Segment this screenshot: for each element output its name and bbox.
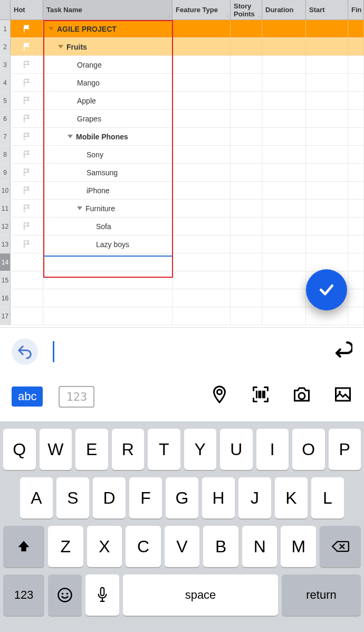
table-row[interactable]: 13 Lazy boys	[0, 235, 364, 253]
story-points-cell[interactable]	[231, 235, 262, 253]
space-key[interactable]: space	[123, 574, 278, 616]
key-p[interactable]: P	[329, 429, 361, 470]
feature-type-cell[interactable]	[173, 128, 231, 145]
story-points-cell[interactable]	[231, 289, 262, 307]
table-row[interactable]: 7 Mobile Phones	[0, 128, 364, 146]
undo-button[interactable]	[12, 338, 38, 365]
row-number[interactable]: 6	[0, 110, 11, 127]
key-s[interactable]: S	[56, 477, 89, 518]
duration-cell[interactable]	[262, 56, 306, 73]
table-row[interactable]: 6 Grapes	[0, 110, 364, 128]
key-b[interactable]: B	[203, 526, 238, 567]
return-key[interactable]: return	[282, 574, 361, 616]
task-name-cell[interactable]: Samsung	[43, 164, 173, 181]
key-u[interactable]: U	[220, 429, 253, 470]
numeric-key[interactable]: 123	[3, 574, 44, 616]
image-icon[interactable]	[333, 385, 352, 408]
table-row[interactable]: 17	[0, 307, 364, 325]
feature-type-cell[interactable]	[173, 38, 231, 55]
duration-cell[interactable]	[262, 218, 306, 235]
column-start[interactable]: Start	[306, 0, 348, 20]
task-name-cell[interactable]: Sofa	[43, 218, 173, 235]
row-number[interactable]: 13	[0, 235, 11, 253]
start-cell[interactable]	[306, 182, 348, 199]
flag-icon[interactable]	[22, 114, 32, 124]
task-name-cell[interactable]: Orange	[43, 56, 173, 73]
flag-icon[interactable]	[22, 186, 32, 195]
row-number[interactable]: 4	[0, 74, 11, 91]
duration-cell[interactable]	[262, 235, 306, 253]
story-points-cell[interactable]	[231, 200, 262, 217]
row-number[interactable]: 2	[0, 38, 11, 55]
hot-cell[interactable]	[11, 200, 43, 217]
barcode-icon[interactable]	[251, 385, 270, 408]
hot-cell[interactable]	[11, 56, 43, 73]
row-number[interactable]: 15	[0, 271, 11, 289]
story-points-cell[interactable]	[231, 182, 262, 199]
column-task-name[interactable]: Task Name◦	[43, 0, 173, 20]
finish-cell[interactable]	[348, 182, 364, 199]
duration-cell[interactable]	[262, 20, 306, 37]
shift-key[interactable]	[3, 526, 44, 567]
key-g[interactable]: G	[166, 477, 198, 518]
start-cell[interactable]	[306, 110, 348, 127]
duration-cell[interactable]	[262, 38, 306, 55]
feature-type-cell[interactable]	[173, 307, 231, 325]
key-f[interactable]: F	[129, 477, 162, 518]
task-name-cell[interactable]: Mango	[43, 74, 173, 91]
emoji-key[interactable]	[48, 574, 82, 616]
duration-cell[interactable]	[262, 253, 306, 271]
table-row[interactable]: 11 Furniture	[0, 200, 364, 218]
start-cell[interactable]	[306, 128, 348, 145]
mic-key[interactable]	[85, 574, 119, 616]
column-story-points[interactable]: Story Points◦	[231, 0, 262, 20]
feature-type-cell[interactable]	[173, 235, 231, 253]
table-row[interactable]: 3 Orange	[0, 56, 364, 74]
location-icon[interactable]	[210, 385, 229, 408]
flag-icon[interactable]	[22, 222, 32, 231]
start-cell[interactable]	[306, 218, 348, 235]
hot-cell[interactable]	[11, 289, 43, 307]
story-points-cell[interactable]	[231, 56, 262, 73]
column-duration[interactable]: Duration	[262, 0, 306, 20]
keyboard-mode-abc[interactable]: abc	[12, 386, 43, 407]
feature-type-cell[interactable]	[173, 74, 231, 91]
row-number[interactable]: 7	[0, 128, 11, 145]
table-row[interactable]: 9 Samsung	[0, 164, 364, 182]
finish-cell[interactable]	[348, 128, 364, 145]
task-name-cell[interactable]	[43, 289, 173, 307]
start-cell[interactable]	[306, 74, 348, 91]
key-e[interactable]: E	[75, 429, 108, 470]
feature-type-cell[interactable]	[173, 164, 231, 181]
story-points-cell[interactable]	[231, 38, 262, 55]
key-w[interactable]: W	[40, 429, 72, 470]
start-cell[interactable]	[306, 56, 348, 73]
key-z[interactable]: Z	[48, 526, 83, 567]
expand-icon[interactable]	[58, 45, 63, 49]
feature-type-cell[interactable]	[173, 200, 231, 217]
start-cell[interactable]	[306, 164, 348, 181]
key-d[interactable]: D	[93, 477, 126, 518]
row-number[interactable]: 12	[0, 218, 11, 235]
expand-icon[interactable]	[77, 206, 82, 210]
row-number[interactable]: 14	[0, 253, 11, 271]
hot-cell[interactable]	[11, 307, 43, 325]
finish-cell[interactable]	[348, 92, 364, 109]
task-name-cell[interactable]: Grapes	[43, 110, 173, 127]
start-cell[interactable]	[306, 38, 348, 55]
start-cell[interactable]	[306, 235, 348, 253]
finish-cell[interactable]	[348, 110, 364, 127]
task-name-cell[interactable]: Mobile Phones	[43, 128, 173, 145]
story-points-cell[interactable]	[231, 307, 262, 325]
row-number[interactable]: 16	[0, 289, 11, 307]
keyboard-mode-123[interactable]: 123	[59, 386, 94, 408]
expand-icon[interactable]	[49, 27, 54, 31]
duration-cell[interactable]	[262, 128, 306, 145]
story-points-cell[interactable]	[231, 271, 262, 289]
feature-type-cell[interactable]	[173, 289, 231, 307]
duration-cell[interactable]	[262, 271, 306, 289]
duration-cell[interactable]	[262, 289, 306, 307]
finish-cell[interactable]	[348, 218, 364, 235]
duration-cell[interactable]	[262, 307, 306, 325]
flag-icon[interactable]	[22, 150, 32, 159]
